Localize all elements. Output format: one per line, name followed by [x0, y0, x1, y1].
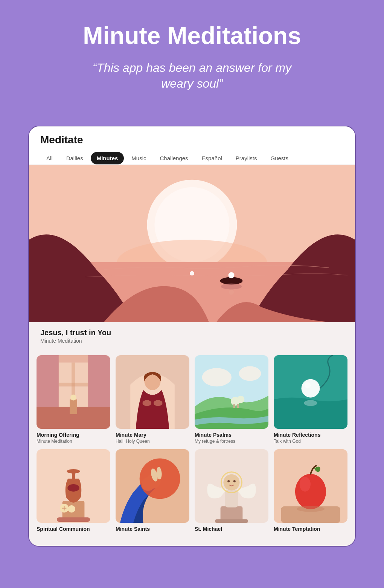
svg-point-65: [300, 477, 311, 492]
grid-item-temptation[interactable]: Minute Temptation: [274, 449, 347, 533]
item-title-reflections: Minute Reflections: [274, 432, 347, 438]
grid-section: Morning Offering Minute Meditation: [29, 351, 355, 546]
hero-title: Minute Meditations: [83, 23, 301, 49]
grid-item-psalms[interactable]: Minute Psalms My refuge & fortress: [195, 355, 268, 444]
tab-minutes[interactable]: Minutes: [91, 152, 124, 164]
app-header: Meditate All Dailies Minutes Music Chall…: [29, 126, 355, 164]
svg-point-17: [70, 394, 76, 400]
featured-subtitle: Minute Meditation: [40, 338, 344, 344]
thumb-psalms: [195, 355, 268, 429]
featured-title: Jesus, I trust in You: [40, 328, 344, 337]
hero-section: Minute Meditations “This app has been an…: [0, 0, 384, 107]
thumb-michael: [195, 449, 268, 523]
tab-espanol[interactable]: Español: [196, 152, 228, 164]
app-card: Meditate All Dailies Minutes Music Chall…: [28, 126, 356, 547]
item-subtitle-reflections: Talk with God: [274, 439, 347, 444]
svg-rect-14: [59, 383, 88, 386]
svg-point-33: [302, 379, 320, 397]
tab-dailies[interactable]: Dailies: [60, 152, 89, 164]
grid-item-saints[interactable]: Minute Saints: [116, 449, 189, 533]
item-title-saints: Minute Saints: [116, 526, 189, 532]
svg-point-41: [67, 484, 79, 492]
svg-point-43: [68, 505, 75, 513]
svg-rect-30: [237, 404, 239, 408]
svg-rect-18: [37, 355, 59, 407]
svg-point-40: [67, 469, 80, 474]
grid-row-2: Spiritual Communion: [37, 449, 347, 533]
grid-item-morning[interactable]: Morning Offering Minute Meditation: [37, 355, 110, 444]
tab-all[interactable]: All: [40, 152, 59, 164]
thumb-communion: [37, 449, 110, 523]
thumb-mary: [116, 355, 189, 429]
item-title-temptation: Minute Temptation: [274, 526, 347, 532]
svg-point-28: [237, 395, 245, 403]
svg-point-7: [229, 272, 235, 278]
tab-challenges[interactable]: Challenges: [154, 152, 194, 164]
thumb-reflections: [274, 355, 347, 429]
thumb-saints: [116, 449, 189, 523]
tab-music[interactable]: Music: [125, 152, 152, 164]
svg-point-26: [239, 366, 261, 381]
tab-praylists[interactable]: Praylists: [230, 152, 263, 164]
svg-point-23: [154, 400, 163, 406]
grid-row-1: Morning Offering Minute Meditation: [37, 355, 347, 444]
svg-rect-16: [70, 399, 77, 414]
svg-point-64: [295, 474, 326, 509]
svg-point-35: [304, 400, 317, 406]
svg-point-66: [297, 506, 325, 512]
svg-rect-19: [88, 355, 110, 407]
svg-point-8: [221, 283, 242, 289]
svg-rect-29: [233, 404, 235, 408]
svg-rect-55: [215, 520, 248, 523]
svg-point-25: [202, 368, 232, 386]
featured-label: Jesus, I trust in You Minute Meditation: [29, 322, 355, 351]
item-title-michael: St. Michael: [195, 526, 268, 532]
app-brand: Meditate: [40, 134, 344, 146]
grid-item-michael[interactable]: St. Michael: [195, 449, 268, 533]
item-subtitle-morning: Minute Meditation: [37, 439, 110, 444]
svg-point-9: [229, 289, 234, 295]
svg-point-57: [223, 474, 239, 491]
svg-point-60: [233, 480, 236, 483]
hero-quote: “This app has been an answer for my wear…: [79, 60, 305, 91]
thumb-morning: [37, 355, 110, 429]
item-subtitle-mary: Hail, Holy Queen: [116, 439, 189, 444]
svg-point-5: [190, 271, 194, 275]
item-title-psalms: Minute Psalms: [195, 432, 268, 438]
grid-item-reflections[interactable]: Minute Reflections Talk with God: [274, 355, 347, 444]
svg-rect-38: [57, 518, 90, 522]
svg-point-59: [227, 480, 230, 483]
item-title-communion: Spiritual Communion: [37, 526, 110, 532]
item-subtitle-psalms: My refuge & fortress: [195, 439, 268, 444]
item-title-morning: Morning Offering: [37, 432, 110, 438]
nav-tabs: All Dailies Minutes Music Challenges Esp…: [40, 152, 344, 164]
grid-item-mary[interactable]: Minute Mary Hail, Holy Queen: [116, 355, 189, 444]
hero-image[interactable]: [29, 164, 355, 322]
svg-point-34: [305, 382, 311, 388]
grid-item-communion[interactable]: Spiritual Communion: [37, 449, 110, 533]
thumb-temptation: [274, 449, 347, 523]
svg-point-22: [143, 400, 152, 406]
tab-guests[interactable]: Guests: [265, 152, 295, 164]
item-title-mary: Minute Mary: [116, 432, 189, 438]
